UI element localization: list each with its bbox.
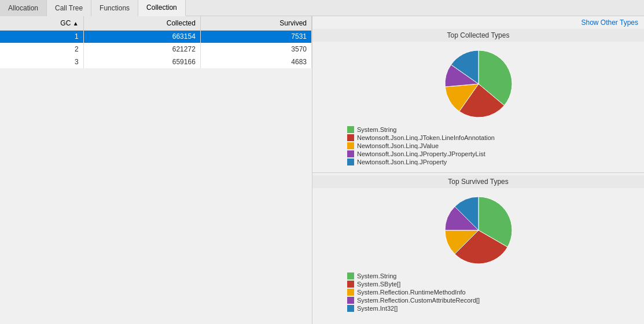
cell-collected: 621272 xyxy=(83,43,200,56)
legend-label: System.Reflection.CustomAttributeRecord[… xyxy=(357,297,480,304)
legend-label: Newtonsoft.Json.Linq.JToken.LineInfoAnno… xyxy=(357,134,495,141)
legend-label: System.String xyxy=(357,126,396,133)
legend-color-box xyxy=(347,159,354,165)
legend-item: System.Reflection.CustomAttributeRecord[… xyxy=(347,297,480,304)
col-header-gc[interactable]: GC ▲ xyxy=(0,16,83,30)
legend-label: System.String xyxy=(357,273,396,279)
legend-color-box xyxy=(347,134,354,141)
divider xyxy=(312,172,644,173)
legend-label: Newtonsoft.Json.Linq.JProperty xyxy=(357,159,447,165)
survived-legend: System.StringSystem.SByte[]System.Reflec… xyxy=(341,273,480,312)
legend-label: System.Reflection.RuntimeMethodInfo xyxy=(357,289,466,296)
legend-item: Newtonsoft.Json.Linq.JValue xyxy=(347,142,495,149)
col-header-collected[interactable]: Collected xyxy=(83,16,200,30)
tab-collection[interactable]: Collection xyxy=(138,0,186,16)
legend-color-box xyxy=(347,281,354,288)
show-other-types-link[interactable]: Show Other Types xyxy=(582,19,639,27)
collected-pie-chart xyxy=(441,46,516,122)
legend-item: System.Reflection.RuntimeMethodInfo xyxy=(347,289,480,296)
table-row[interactable]: 26212723570 xyxy=(0,43,312,56)
legend-item: System.Int32[] xyxy=(347,305,480,312)
gc-table-container: GC ▲ Collected Survived 1663154753126212… xyxy=(0,16,312,324)
top-survived-section: System.StringSystem.SByte[]System.Reflec… xyxy=(312,188,644,316)
cell-gc: 3 xyxy=(0,56,83,68)
legend-item: Newtonsoft.Json.Linq.JProperty xyxy=(347,159,495,165)
top-collected-section: System.StringNewtonsoft.Json.Linq.JToken… xyxy=(312,42,644,170)
tab-bar: Allocation Call Tree Functions Collectio… xyxy=(0,0,644,16)
show-other-types-bar: Show Other Types xyxy=(312,16,644,29)
cell-collected: 659166 xyxy=(83,56,200,68)
legend-color-box xyxy=(347,289,354,296)
legend-item: Newtonsoft.Json.Linq.JProperty.JProperty… xyxy=(347,150,495,157)
gc-table: GC ▲ Collected Survived 1663154753126212… xyxy=(0,16,312,68)
legend-item: System.SByte[] xyxy=(347,281,480,288)
legend-color-box xyxy=(347,305,354,312)
survived-chart-legend: System.StringSystem.SByte[]System.Reflec… xyxy=(318,193,638,312)
cell-collected: 663154 xyxy=(83,30,200,43)
tab-allocation[interactable]: Allocation xyxy=(0,0,47,16)
right-panel: Show Other Types Top Collected Types Sys… xyxy=(312,16,644,324)
legend-color-box xyxy=(347,297,354,304)
cell-survived: 4683 xyxy=(200,56,311,68)
cell-gc: 2 xyxy=(0,43,83,56)
legend-item: System.String xyxy=(347,126,495,133)
legend-item: System.String xyxy=(347,273,480,279)
table-row[interactable]: 16631547531 xyxy=(0,30,312,43)
legend-label: Newtonsoft.Json.Linq.JValue xyxy=(357,142,439,149)
main-content: GC ▲ Collected Survived 1663154753126212… xyxy=(0,16,644,324)
legend-color-box xyxy=(347,142,354,149)
legend-color-box xyxy=(347,126,354,133)
sort-indicator-gc: ▲ xyxy=(73,20,79,27)
col-header-survived[interactable]: Survived xyxy=(200,16,311,30)
legend-item: Newtonsoft.Json.Linq.JToken.LineInfoAnno… xyxy=(347,134,495,141)
collected-chart-legend: System.StringNewtonsoft.Json.Linq.JToken… xyxy=(318,46,638,165)
legend-color-box xyxy=(347,150,354,157)
cell-survived: 3570 xyxy=(200,43,311,56)
table-row[interactable]: 36591664683 xyxy=(0,56,312,68)
legend-label: System.SByte[] xyxy=(357,281,400,288)
tab-calltree[interactable]: Call Tree xyxy=(47,0,91,16)
legend-label: System.Int32[] xyxy=(357,305,398,312)
legend-color-box xyxy=(347,273,354,279)
top-collected-header: Top Collected Types xyxy=(312,29,644,42)
cell-survived: 7531 xyxy=(200,30,311,43)
legend-label: Newtonsoft.Json.Linq.JProperty.JProperty… xyxy=(357,150,485,157)
charts-area: Top Collected Types System.StringNewtons… xyxy=(312,29,644,324)
survived-pie-chart xyxy=(441,193,516,268)
collected-legend: System.StringNewtonsoft.Json.Linq.JToken… xyxy=(341,126,495,165)
tab-functions[interactable]: Functions xyxy=(91,0,138,16)
cell-gc: 1 xyxy=(0,30,83,43)
left-panel: GC ▲ Collected Survived 1663154753126212… xyxy=(0,16,312,324)
top-survived-header: Top Survived Types xyxy=(312,175,644,188)
